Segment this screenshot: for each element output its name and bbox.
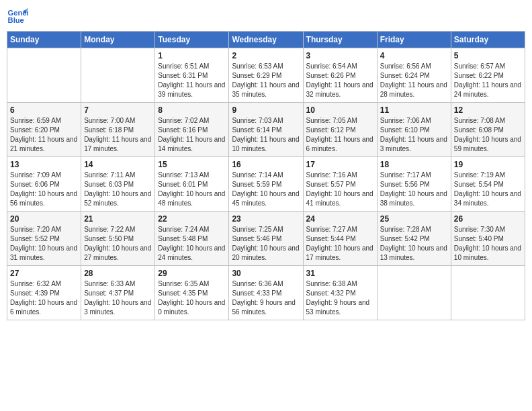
day-number: 9 — [232, 105, 300, 115]
day-number: 26 — [454, 214, 522, 224]
calendar-cell: 11 Sunrise: 7:06 AMSunset: 6:10 PMDaylig… — [377, 103, 451, 157]
day-number: 12 — [454, 105, 522, 115]
day-info: Sunrise: 7:20 AMSunset: 5:52 PMDaylight:… — [10, 226, 77, 261]
day-number: 17 — [306, 160, 374, 169]
calendar-cell: 23 Sunrise: 7:25 AMSunset: 5:46 PMDaylig… — [229, 212, 303, 266]
calendar-cell: 15 Sunrise: 7:13 AMSunset: 6:01 PMDaylig… — [155, 157, 229, 212]
calendar-cell — [377, 266, 451, 320]
day-number: 3 — [306, 51, 374, 60]
day-number: 28 — [84, 269, 152, 278]
day-info: Sunrise: 7:19 AMSunset: 5:54 PMDaylight:… — [454, 171, 521, 207]
weekday-header: Monday — [81, 32, 155, 48]
calendar-cell: 31 Sunrise: 6:38 AMSunset: 4:32 PMDaylig… — [303, 266, 377, 320]
day-info: Sunrise: 6:54 AMSunset: 6:26 PMDaylight:… — [306, 62, 373, 98]
weekday-header-row: SundayMondayTuesdayWednesdayThursdayFrid… — [7, 32, 525, 48]
day-info: Sunrise: 7:02 AMSunset: 6:16 PMDaylight:… — [158, 117, 225, 152]
day-number: 30 — [232, 269, 300, 278]
logo-icon: General Blue — [7, 7, 28, 26]
day-info: Sunrise: 7:22 AMSunset: 5:50 PMDaylight:… — [84, 226, 151, 261]
day-number: 11 — [380, 105, 448, 115]
calendar-cell: 4 Sunrise: 6:56 AMSunset: 6:24 PMDayligh… — [377, 48, 451, 103]
calendar-cell: 17 Sunrise: 7:16 AMSunset: 5:57 PMDaylig… — [303, 157, 377, 212]
calendar-week-row: 13 Sunrise: 7:09 AMSunset: 6:06 PMDaylig… — [7, 157, 525, 212]
calendar-cell: 20 Sunrise: 7:20 AMSunset: 5:52 PMDaylig… — [7, 212, 81, 266]
day-number: 24 — [306, 214, 374, 224]
calendar-cell: 12 Sunrise: 7:08 AMSunset: 6:08 PMDaylig… — [451, 103, 525, 157]
day-number: 14 — [84, 160, 152, 169]
day-number: 2 — [232, 51, 300, 60]
calendar-cell: 18 Sunrise: 7:17 AMSunset: 5:56 PMDaylig… — [377, 157, 451, 212]
day-info: Sunrise: 7:06 AMSunset: 6:10 PMDaylight:… — [380, 117, 447, 152]
day-info: Sunrise: 7:05 AMSunset: 6:12 PMDaylight:… — [306, 117, 373, 152]
calendar-cell: 30 Sunrise: 6:36 AMSunset: 4:33 PMDaylig… — [229, 266, 303, 320]
weekday-header: Saturday — [451, 32, 525, 48]
day-info: Sunrise: 6:38 AMSunset: 4:32 PMDaylight:… — [306, 280, 370, 316]
day-number: 19 — [454, 160, 522, 169]
day-info: Sunrise: 7:25 AMSunset: 5:46 PMDaylight:… — [232, 226, 299, 261]
calendar-cell: 3 Sunrise: 6:54 AMSunset: 6:26 PMDayligh… — [303, 48, 377, 103]
weekday-header: Tuesday — [155, 32, 229, 48]
day-info: Sunrise: 7:16 AMSunset: 5:57 PMDaylight:… — [306, 171, 373, 207]
day-number: 5 — [454, 51, 522, 60]
weekday-header: Sunday — [7, 32, 81, 48]
day-info: Sunrise: 7:17 AMSunset: 5:56 PMDaylight:… — [380, 171, 447, 207]
day-number: 18 — [380, 160, 448, 169]
calendar-cell — [7, 48, 81, 103]
day-info: Sunrise: 7:09 AMSunset: 6:06 PMDaylight:… — [10, 171, 77, 207]
day-info: Sunrise: 7:27 AMSunset: 5:44 PMDaylight:… — [306, 226, 373, 261]
day-number: 27 — [10, 269, 78, 278]
day-info: Sunrise: 6:33 AMSunset: 4:37 PMDaylight:… — [84, 280, 151, 316]
day-info: Sunrise: 7:14 AMSunset: 5:59 PMDaylight:… — [232, 171, 299, 207]
day-info: Sunrise: 6:57 AMSunset: 6:22 PMDaylight:… — [454, 62, 521, 98]
calendar-cell: 26 Sunrise: 7:30 AMSunset: 5:40 PMDaylig… — [451, 212, 525, 266]
day-info: Sunrise: 6:51 AMSunset: 6:31 PMDaylight:… — [158, 62, 225, 98]
day-number: 6 — [10, 105, 78, 115]
day-info: Sunrise: 7:28 AMSunset: 5:42 PMDaylight:… — [380, 226, 447, 261]
calendar-cell — [451, 266, 525, 320]
logo: General Blue — [7, 7, 31, 26]
calendar-week-row: 6 Sunrise: 6:59 AMSunset: 6:20 PMDayligh… — [7, 103, 525, 157]
calendar-cell: 2 Sunrise: 6:53 AMSunset: 6:29 PMDayligh… — [229, 48, 303, 103]
day-info: Sunrise: 7:13 AMSunset: 6:01 PMDaylight:… — [158, 171, 225, 207]
calendar-cell: 28 Sunrise: 6:33 AMSunset: 4:37 PMDaylig… — [81, 266, 155, 320]
weekday-header: Friday — [377, 32, 451, 48]
calendar-cell: 25 Sunrise: 7:28 AMSunset: 5:42 PMDaylig… — [377, 212, 451, 266]
calendar-cell — [81, 48, 155, 103]
day-number: 31 — [306, 269, 374, 278]
page-header: General Blue — [7, 7, 525, 26]
calendar-cell: 29 Sunrise: 6:35 AMSunset: 4:35 PMDaylig… — [155, 266, 229, 320]
day-number: 29 — [158, 269, 226, 278]
day-number: 8 — [158, 105, 226, 115]
calendar-cell: 6 Sunrise: 6:59 AMSunset: 6:20 PMDayligh… — [7, 103, 81, 157]
calendar-week-row: 27 Sunrise: 6:32 AMSunset: 4:39 PMDaylig… — [7, 266, 525, 320]
day-number: 20 — [10, 214, 78, 224]
day-number: 7 — [84, 105, 152, 115]
day-number: 4 — [380, 51, 448, 60]
calendar-week-row: 20 Sunrise: 7:20 AMSunset: 5:52 PMDaylig… — [7, 212, 525, 266]
day-info: Sunrise: 6:35 AMSunset: 4:35 PMDaylight:… — [158, 280, 225, 316]
svg-text:Blue: Blue — [8, 16, 24, 24]
day-number: 10 — [306, 105, 374, 115]
calendar-week-row: 1 Sunrise: 6:51 AMSunset: 6:31 PMDayligh… — [7, 48, 525, 103]
calendar-cell: 13 Sunrise: 7:09 AMSunset: 6:06 PMDaylig… — [7, 157, 81, 212]
day-info: Sunrise: 6:59 AMSunset: 6:20 PMDaylight:… — [10, 117, 77, 152]
day-info: Sunrise: 7:03 AMSunset: 6:14 PMDaylight:… — [232, 117, 299, 152]
calendar-cell: 22 Sunrise: 7:24 AMSunset: 5:48 PMDaylig… — [155, 212, 229, 266]
day-number: 16 — [232, 160, 300, 169]
calendar-cell: 1 Sunrise: 6:51 AMSunset: 6:31 PMDayligh… — [155, 48, 229, 103]
calendar-cell: 5 Sunrise: 6:57 AMSunset: 6:22 PMDayligh… — [451, 48, 525, 103]
day-info: Sunrise: 6:32 AMSunset: 4:39 PMDaylight:… — [10, 280, 77, 316]
day-info: Sunrise: 6:36 AMSunset: 4:33 PMDaylight:… — [232, 280, 296, 316]
calendar-table: SundayMondayTuesdayWednesdayThursdayFrid… — [7, 31, 525, 320]
day-number: 22 — [158, 214, 226, 224]
calendar-cell: 24 Sunrise: 7:27 AMSunset: 5:44 PMDaylig… — [303, 212, 377, 266]
calendar-cell: 8 Sunrise: 7:02 AMSunset: 6:16 PMDayligh… — [155, 103, 229, 157]
calendar-cell: 7 Sunrise: 7:00 AMSunset: 6:18 PMDayligh… — [81, 103, 155, 157]
calendar-cell: 10 Sunrise: 7:05 AMSunset: 6:12 PMDaylig… — [303, 103, 377, 157]
day-info: Sunrise: 6:53 AMSunset: 6:29 PMDaylight:… — [232, 62, 299, 98]
calendar-cell: 16 Sunrise: 7:14 AMSunset: 5:59 PMDaylig… — [229, 157, 303, 212]
day-info: Sunrise: 7:08 AMSunset: 6:08 PMDaylight:… — [454, 117, 521, 152]
calendar-cell: 14 Sunrise: 7:11 AMSunset: 6:03 PMDaylig… — [81, 157, 155, 212]
calendar-cell: 27 Sunrise: 6:32 AMSunset: 4:39 PMDaylig… — [7, 266, 81, 320]
day-info: Sunrise: 7:11 AMSunset: 6:03 PMDaylight:… — [84, 171, 151, 207]
